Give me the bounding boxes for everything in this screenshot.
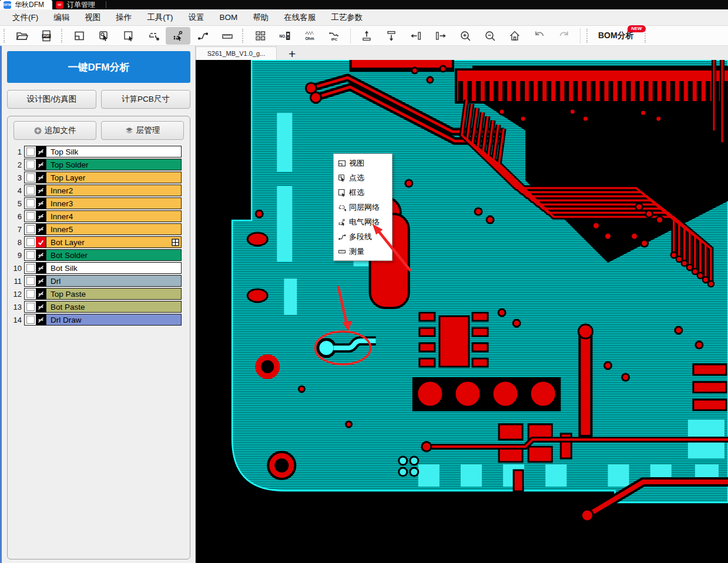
- box-select-button[interactable]: [116, 27, 141, 45]
- layer-checkbox[interactable]: [26, 303, 35, 311]
- layer-label-bar[interactable]: Top Layer: [46, 172, 181, 183]
- flip-down-button[interactable]: [379, 27, 404, 45]
- point-select-button[interactable]: [92, 27, 116, 45]
- layer-visibility-toggle[interactable]: [36, 289, 46, 299]
- app-tab-dfm[interactable]: DFM 华秋DFM: [0, 0, 52, 9]
- panelize-button[interactable]: [248, 27, 273, 45]
- pcb-render[interactable]: [196, 60, 728, 563]
- layer-row-inner3[interactable]: 5 Inner3: [9, 197, 186, 209]
- layer-row-top-layer[interactable]: 3 Top Layer: [9, 172, 186, 183]
- context-menu-item-view[interactable]: 视图: [334, 156, 392, 170]
- layer-checkbox[interactable]: [26, 148, 35, 156]
- layer-row-bot-paste[interactable]: 13 Bot Paste: [9, 301, 186, 313]
- bom-analysis-button[interactable]: BOM分析 NEW: [592, 29, 642, 42]
- layer-row-bot-silk[interactable]: 10 Bot Silk: [9, 262, 186, 274]
- context-menu-item-point-select[interactable]: 点选: [334, 170, 392, 185]
- measure-button[interactable]: [215, 27, 240, 45]
- flip-up-button[interactable]: [354, 27, 379, 45]
- layer-label-bar[interactable]: Top Solder: [46, 159, 181, 170]
- context-menu-item-measure[interactable]: 测量: [334, 244, 392, 259]
- layer-manage-button[interactable]: 层管理: [101, 121, 184, 140]
- export-pdf-button[interactable]: PDF: [34, 27, 59, 45]
- impedance-button[interactable]: Ohm: [297, 27, 322, 45]
- layer-label-bar[interactable]: Drl Draw: [46, 314, 181, 325]
- menu-item-online-service[interactable]: 在线客服: [276, 9, 323, 25]
- view-window-button[interactable]: [67, 27, 92, 45]
- menu-item-operate[interactable]: 操作: [108, 9, 139, 25]
- layer-visibility-toggle[interactable]: [36, 250, 46, 260]
- menu-item-help[interactable]: 帮助: [245, 9, 276, 25]
- layer-checkbox[interactable]: [26, 290, 35, 298]
- layer-checkbox[interactable]: [26, 264, 35, 272]
- layer-visibility-toggle[interactable]: [36, 237, 46, 247]
- new-tab-button[interactable]: +: [285, 48, 299, 60]
- layer-row-top-paste[interactable]: 12 Top Paste: [9, 288, 186, 300]
- layer-row-bot-solder[interactable]: 9 Bot Solder: [9, 249, 186, 261]
- flip-left-button[interactable]: [404, 27, 428, 45]
- undo-button[interactable]: [527, 27, 552, 45]
- layer-visibility-toggle[interactable]: [36, 185, 46, 196]
- layer-label-bar[interactable]: Top Paste: [46, 289, 181, 299]
- layer-visibility-toggle[interactable]: [36, 224, 46, 234]
- ipc-netlist-button[interactable]: IPC: [322, 27, 347, 45]
- electrical-net-button[interactable]: [166, 27, 190, 45]
- layer-row-drl-draw[interactable]: 14 Drl Draw: [9, 314, 186, 326]
- app-tab-orders[interactable]: H! 订单管理: [52, 0, 103, 9]
- design-simulation-button[interactable]: 设计图/仿真图: [7, 90, 96, 109]
- layer-label-bar[interactable]: Bot Solder: [46, 250, 181, 260]
- layer-row-inner2[interactable]: 4 Inner2: [9, 185, 186, 196]
- same-layer-net-button[interactable]: [141, 27, 166, 45]
- layer-visibility-toggle[interactable]: [36, 159, 46, 170]
- layer-checkbox[interactable]: [26, 186, 35, 195]
- fit-view-button[interactable]: [502, 27, 527, 45]
- layer-visibility-toggle[interactable]: [36, 276, 46, 286]
- layer-checkbox[interactable]: [26, 251, 35, 259]
- append-file-button[interactable]: 追加文件: [14, 121, 96, 140]
- layer-label-bar[interactable]: Inner3: [46, 198, 181, 209]
- flip-right-button[interactable]: [428, 27, 453, 45]
- layer-visibility-toggle[interactable]: [36, 172, 46, 183]
- polyline-button[interactable]: [190, 27, 215, 45]
- redo-button[interactable]: [552, 27, 576, 45]
- context-menu-item-electrical-net[interactable]: 电气网络: [334, 215, 392, 229]
- context-menu-item-polyline[interactable]: 多段线: [334, 229, 392, 244]
- layer-row-top-solder[interactable]: 2 Top Solder: [9, 159, 186, 170]
- layer-label-bar[interactable]: Bot Paste: [46, 301, 181, 312]
- menu-item-bom[interactable]: BOM: [212, 9, 246, 25]
- layer-grid-icon[interactable]: [172, 239, 179, 248]
- layer-label-bar[interactable]: Inner2: [46, 185, 181, 196]
- layer-visibility-toggle[interactable]: [36, 314, 46, 325]
- layer-label-bar[interactable]: Inner4: [46, 211, 181, 222]
- layer-row-bot-layer[interactable]: 8 Bot Layer: [9, 236, 186, 248]
- layer-visibility-toggle[interactable]: [36, 263, 46, 273]
- document-tab-active[interactable]: S261_MB_V1.0_g...: [196, 46, 277, 60]
- context-menu-item-box-select[interactable]: 框选: [334, 185, 392, 200]
- layer-label-bar[interactable]: Top Silk: [46, 146, 181, 157]
- menu-item-settings[interactable]: 设置: [181, 9, 212, 25]
- layer-row-inner4[interactable]: 6 Inner4: [9, 210, 186, 222]
- layer-checkbox[interactable]: [26, 199, 35, 207]
- layer-checkbox[interactable]: [26, 316, 35, 324]
- one-click-dfm-button[interactable]: 一键DFM分析: [7, 51, 190, 83]
- layer-checkbox[interactable]: [26, 277, 35, 285]
- calc-pcb-size-button[interactable]: 计算PCB尺寸: [101, 90, 190, 109]
- layer-label-bar[interactable]: Inner5: [46, 224, 181, 234]
- zoom-out-button[interactable]: [478, 27, 502, 45]
- menu-item-tools[interactable]: 工具(T): [139, 9, 180, 25]
- menu-item-process-params[interactable]: 工艺参数: [323, 9, 370, 25]
- layer-visibility-toggle[interactable]: [36, 146, 46, 157]
- open-file-button[interactable]: [9, 27, 34, 45]
- layer-label-bar[interactable]: Drl: [46, 276, 181, 286]
- layer-checkbox[interactable]: [26, 238, 35, 246]
- menu-item-edit[interactable]: 编辑: [46, 9, 77, 25]
- layer-row-inner5[interactable]: 7 Inner5: [9, 223, 186, 235]
- zoom-in-button[interactable]: [453, 27, 478, 45]
- layer-visibility-toggle[interactable]: [36, 301, 46, 312]
- layer-checkbox[interactable]: [26, 173, 35, 182]
- menu-item-view[interactable]: 视图: [77, 9, 108, 25]
- layer-checkbox[interactable]: [26, 160, 35, 169]
- layer-label-bar[interactable]: Bot Silk: [46, 263, 181, 273]
- layer-row-drl[interactable]: 11 Drl: [9, 275, 186, 287]
- pcb-canvas[interactable]: 视图 点选 框选 同层网络: [196, 60, 728, 563]
- context-menu-item-same-layer-net[interactable]: 同层网络: [334, 200, 392, 215]
